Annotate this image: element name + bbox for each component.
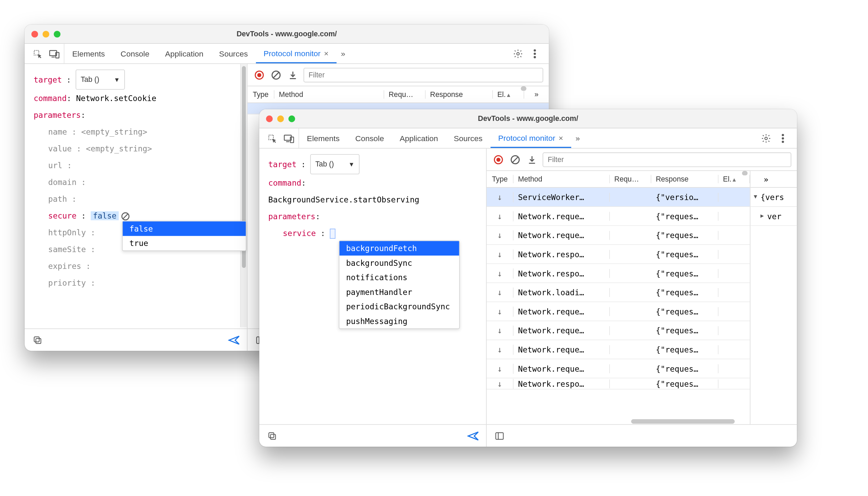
panel-toggle-icon[interactable] xyxy=(493,430,506,442)
table-row[interactable]: ↓Network.reque…{"reques… xyxy=(487,340,750,359)
window-title: DevTools - www.google.com/ xyxy=(478,114,578,123)
command-value[interactable]: Network.setCookie xyxy=(76,94,156,102)
filter-input[interactable] xyxy=(542,152,791,167)
tab-sources[interactable]: Sources xyxy=(211,44,256,63)
table-row[interactable]: ↓Network.reque…{"reques… xyxy=(487,359,750,379)
table-row[interactable]: ↓Network.respo…{"reques… xyxy=(487,245,750,264)
table-row[interactable]: ↓Network.reque…{"reques… xyxy=(487,321,750,340)
clear-icon[interactable] xyxy=(270,69,282,81)
param-priority[interactable]: priority : xyxy=(34,275,242,292)
col-elapsed[interactable]: El.▲ xyxy=(493,90,524,99)
tabs-overflow-button[interactable]: » xyxy=(336,44,350,63)
clear-icon[interactable] xyxy=(509,153,521,165)
command-value[interactable]: BackgroundService.startObserving xyxy=(268,191,482,208)
table-row[interactable]: ↓ServiceWorker…{"versio… xyxy=(487,188,750,207)
tab-elements[interactable]: Elements xyxy=(299,128,347,148)
zoom-icon[interactable] xyxy=(289,115,295,122)
tab-protocol-monitor[interactable]: Protocol monitor × xyxy=(256,44,336,63)
param-url[interactable]: url : xyxy=(34,157,242,174)
param-domain[interactable]: domain : xyxy=(34,174,242,190)
param-path[interactable]: path : xyxy=(34,190,242,207)
table-row[interactable]: ↓Network.reque…{"reques… xyxy=(487,226,750,245)
tab-elements[interactable]: Elements xyxy=(64,44,113,63)
tree-node-child[interactable]: ver xyxy=(750,207,797,226)
kebab-icon[interactable] xyxy=(529,47,541,60)
traffic-lights[interactable] xyxy=(31,30,61,37)
tab-console[interactable]: Console xyxy=(347,128,392,148)
minimize-icon[interactable] xyxy=(277,115,284,122)
filter-input[interactable] xyxy=(304,67,543,82)
tab-protocol-monitor[interactable]: Protocol monitor × xyxy=(490,128,571,148)
clear-icon[interactable] xyxy=(121,212,130,221)
traffic-lights[interactable] xyxy=(266,115,295,122)
scrollbar-thumb[interactable] xyxy=(742,171,748,175)
col-elapsed[interactable]: El.▲ xyxy=(718,175,750,183)
scrollbar-thumb[interactable] xyxy=(521,86,526,91)
col-request[interactable]: Requ… xyxy=(610,175,651,183)
param-service-value[interactable] xyxy=(330,229,335,239)
param-value[interactable]: false xyxy=(91,211,119,220)
dropdown-option[interactable]: periodicBackgroundSync xyxy=(339,299,459,314)
col-method[interactable]: Method xyxy=(275,90,384,99)
device-toggle-icon[interactable] xyxy=(283,132,295,144)
param-value[interactable]: value : <empty_string> xyxy=(34,140,242,157)
table-row[interactable]: ↓Network.respo…{"reques… xyxy=(487,264,750,283)
table-row[interactable]: ↓Network.loadi…{"reques… xyxy=(487,283,750,302)
col-method[interactable]: Method xyxy=(513,175,610,183)
kebab-icon[interactable] xyxy=(777,132,789,144)
record-icon[interactable] xyxy=(492,153,505,165)
col-response[interactable]: Response xyxy=(425,90,493,99)
copy-icon[interactable] xyxy=(31,334,44,346)
tab-application[interactable]: Application xyxy=(157,44,211,63)
copy-icon[interactable] xyxy=(266,430,278,442)
columns-overflow-button[interactable]: » xyxy=(524,90,549,99)
send-icon[interactable] xyxy=(467,430,480,442)
download-icon[interactable] xyxy=(526,153,538,165)
download-icon[interactable] xyxy=(287,69,299,81)
dropdown-option[interactable]: pushMessaging xyxy=(339,314,459,328)
gear-icon[interactable] xyxy=(760,132,772,144)
table-row[interactable]: ↓Network.reque…{"reques… xyxy=(487,302,750,321)
param-value[interactable]: <empty_string> xyxy=(86,144,152,153)
target-select[interactable]: Tab () ▼ xyxy=(76,70,125,90)
param-expires[interactable]: expires : xyxy=(34,258,242,275)
col-type[interactable]: Type xyxy=(487,175,514,183)
dropdown-option[interactable]: paymentHandler xyxy=(339,285,459,299)
scrollbar[interactable] xyxy=(240,64,247,327)
param-value[interactable]: <empty_string> xyxy=(81,127,147,136)
record-icon[interactable] xyxy=(253,69,266,81)
dropdown-option[interactable]: backgroundFetch xyxy=(339,241,459,256)
col-response[interactable]: Response xyxy=(651,175,718,183)
col-request[interactable]: Requ… xyxy=(384,90,425,99)
param-name[interactable]: name : <empty_string> xyxy=(34,123,242,140)
close-icon[interactable]: × xyxy=(324,49,329,58)
table-row[interactable]: ↓Network.reque…{"reques… xyxy=(487,207,750,226)
h-scrollbar-thumb[interactable] xyxy=(631,419,735,424)
svg-point-6 xyxy=(534,56,536,58)
table-row[interactable]: ↓Network.respo…{"reques… xyxy=(487,378,750,389)
minimize-icon[interactable] xyxy=(42,30,49,37)
device-toggle-icon[interactable] xyxy=(48,47,61,60)
close-icon[interactable]: × xyxy=(559,133,563,142)
tabs-overflow-button[interactable]: » xyxy=(571,128,584,148)
dropdown-option[interactable]: backgroundSync xyxy=(339,256,459,270)
close-icon[interactable] xyxy=(266,115,273,122)
send-icon[interactable] xyxy=(228,334,240,346)
tab-sources[interactable]: Sources xyxy=(446,128,490,148)
target-select[interactable]: Tab () ▼ xyxy=(310,154,359,174)
gear-icon[interactable] xyxy=(512,47,524,60)
dropdown-option[interactable]: notifications xyxy=(339,270,459,285)
inspect-icon[interactable] xyxy=(266,132,278,144)
tab-application[interactable]: Application xyxy=(392,128,446,148)
col-type[interactable]: Type xyxy=(247,90,275,99)
close-icon[interactable] xyxy=(31,30,38,37)
zoom-icon[interactable] xyxy=(54,30,61,37)
tab-console[interactable]: Console xyxy=(113,44,157,63)
service-autocomplete-dropdown[interactable]: backgroundFetchbackgroundSyncnotificatio… xyxy=(339,240,460,329)
columns-overflow-button[interactable]: » xyxy=(754,175,778,184)
secure-autocomplete-dropdown[interactable]: falsetrue xyxy=(122,221,246,251)
dropdown-option[interactable]: false xyxy=(123,221,246,236)
dropdown-option[interactable]: true xyxy=(123,236,246,251)
inspect-icon[interactable] xyxy=(31,47,44,60)
tree-node-root[interactable]: {vers xyxy=(750,188,797,207)
